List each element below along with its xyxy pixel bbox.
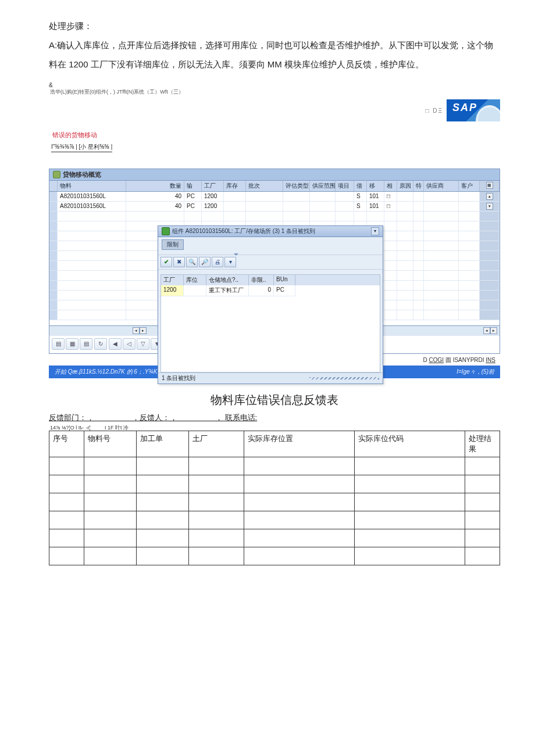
popup-title-text: 组件 A820101031560L: 工厂/存储场所 (3) 1 条目被找到 [172, 227, 315, 235]
feedback-col-header: 土厂 [189, 431, 244, 457]
col-material: 物料 [58, 181, 126, 191]
popup-col-unres: 非限.. [249, 275, 274, 285]
resize-grip[interactable] [309, 377, 379, 379]
feedback-col-header: 序号 [49, 431, 84, 457]
steps-heading: 处理步骤： [49, 16, 500, 35]
btn-seg1b[interactable]: ▦ [66, 338, 79, 350]
col-batch: 批次 [246, 181, 283, 191]
popup-data-row[interactable]: 1200 重工下料工厂 0 PC [161, 285, 380, 296]
popup-val-locpt: 重工下料工厂 [206, 285, 249, 296]
col-uom: 输 [184, 181, 202, 191]
scroll-right-btn[interactable]: ▸ [140, 327, 147, 334]
popup-col-bun: BUn [274, 275, 295, 285]
popup-val-plant: 1200 [161, 285, 184, 296]
col-rel: 相 [384, 181, 397, 191]
taskbar-left: 开始 Qæ.β11kS.½12.Dn7K 的 6；.Y¾K [55, 368, 157, 376]
popup-col-locpt: 仓储地点?.. [206, 275, 249, 285]
popup-col-sloc: 库位 [184, 275, 206, 285]
popup-footer-text: 1 条目被找到 [162, 374, 195, 382]
popup-dropdown-btn[interactable]: ▾ [371, 227, 379, 235]
goods-movement-grid: 贷物移动概览 物料 数量 输 工厂 库存 批次 评估类型 供应范围 项目 借 移… [49, 169, 500, 354]
popup-icon [162, 227, 170, 235]
popup-val-bun: PC [274, 285, 295, 296]
btn-prev[interactable]: ◁ [123, 338, 135, 350]
col-special: 特 [413, 181, 424, 191]
col-customer: 客户 [459, 181, 480, 191]
popup-ok-button[interactable]: ✔ [160, 257, 172, 267]
sap-logo: SAP [447, 99, 500, 121]
col-qty: 数量 [126, 181, 184, 191]
popup-print-button[interactable]: 🖨 [212, 257, 223, 267]
grid-header-row: 物料 数量 输 工厂 库存 批次 评估类型 供应范围 项目 借 移 相 原因 特… [49, 181, 500, 192]
popup-val-unres: 0 [249, 285, 274, 296]
col-mvt: 移 [367, 181, 384, 191]
grid-row[interactable]: A820101031560L40PC1200S101□▴ [49, 192, 500, 202]
popup-val-sloc [184, 285, 206, 296]
grid-title: 贷物移动概览 [63, 170, 101, 179]
btn-seg1c[interactable]: ▤ [80, 338, 92, 350]
col-sloc: 库存 [224, 181, 246, 191]
col-debit: 借 [354, 181, 367, 191]
feedback-col-header: 实际库存位置 [244, 431, 355, 457]
col-vendor: 供应商 [424, 181, 459, 191]
btn-refresh[interactable]: ↻ [94, 338, 107, 350]
popup-cancel-button[interactable]: ✖ [173, 257, 185, 267]
step-a-text: A:确认入库库位，点开库位后选择按钮，选择可用库位，同时也可以检查是否维护维护。… [49, 35, 500, 74]
grid-row[interactable] [49, 212, 500, 221]
tab-restrict[interactable]: 限制 [162, 239, 184, 250]
scroll-down-btn[interactable]: ▾ [486, 203, 493, 210]
btn-first[interactable]: ◀ [109, 338, 122, 350]
grid-row[interactable]: A820101031560L40PC1200S101□▾ [49, 202, 500, 212]
col-item: 项目 [336, 181, 354, 191]
feedback-col-header: 处理结果 [465, 431, 500, 457]
feedback-table: 序号物料号加工单土厂实际库存位置实际库位代码处理结果 [49, 431, 500, 565]
scroll-left-btn[interactable]: ◂ [133, 327, 140, 334]
feedback-dept-line: 反馈部门：， ，反馈人：， ， 联系电话: [49, 413, 500, 423]
ampersand-marker: & [49, 82, 500, 88]
popup-find-button[interactable]: 🔍 [186, 257, 198, 267]
toolbar-text: I”⅜¾⅜⅞ | [小 星利⅝⅝ | [51, 143, 112, 152]
feedback-table-title: 物料库位错误信息反馈表 [49, 392, 500, 408]
scroll-up-btn[interactable]: ▴ [486, 193, 493, 200]
popup-findnext-button[interactable]: 🔎 [199, 257, 211, 267]
btn-sort[interactable]: ▽ [137, 338, 149, 350]
sap-menu-line: 浩华(L)购(E)转至(0)组件(，) JTfft(N)系统（工）Wft（三） [50, 88, 500, 96]
window-controls-placeholder: □ DΞ [425, 108, 443, 114]
feedback-col-header: 实际库位代码 [355, 431, 465, 457]
sheet-icon [53, 171, 60, 178]
col-reason: 原因 [397, 181, 413, 191]
btn-seg1a[interactable]: ▤ [52, 338, 65, 350]
feedback-col-header: 加工单 [137, 431, 189, 457]
feedback-col-header: 物料号 [84, 431, 137, 457]
scroll-left-btn-2[interactable]: ◂ [483, 327, 490, 334]
col-plant: 工厂 [202, 181, 224, 191]
screen-title: 错误的货物移动 [52, 131, 500, 139]
storage-location-popup: 组件 A820101031560L: 工厂/存储场所 (3) 1 条目被找到 ▾… [158, 225, 383, 384]
col-scope: 供应范围 [310, 181, 336, 191]
popup-more-button[interactable]: ▾ [224, 257, 236, 267]
grid-col-btn[interactable]: ▦ [486, 182, 493, 189]
scroll-right-btn-2[interactable]: ▸ [490, 327, 497, 334]
col-valtype: 评估类型 [283, 181, 310, 191]
popup-col-plant: 工厂 [161, 275, 184, 285]
taskbar-right: I=Ige々，(5)前 [456, 368, 494, 376]
